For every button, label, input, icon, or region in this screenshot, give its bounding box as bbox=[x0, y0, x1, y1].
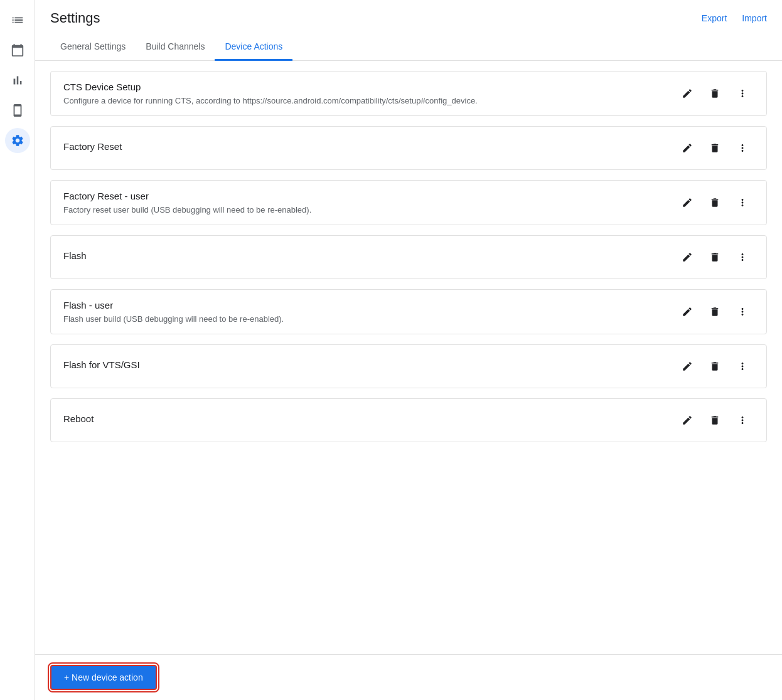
action-controls bbox=[676, 191, 754, 214]
delete-button[interactable] bbox=[704, 300, 726, 323]
action-title: Factory Reset - user bbox=[63, 191, 676, 201]
action-card-reboot: Reboot bbox=[50, 398, 767, 442]
action-card-cts: CTS Device SetupConfigure a device for r… bbox=[50, 71, 767, 116]
content-area: CTS Device SetupConfigure a device for r… bbox=[35, 61, 782, 654]
action-title: Flash bbox=[63, 250, 676, 261]
tabs-bar: General Settings Build Channels Device A… bbox=[35, 34, 782, 61]
edit-button[interactable] bbox=[676, 409, 699, 432]
action-title: Flash - user bbox=[63, 300, 676, 310]
action-controls bbox=[676, 82, 754, 105]
action-controls bbox=[676, 409, 754, 432]
main-panel: Settings Export Import General Settings … bbox=[35, 0, 782, 700]
more-options-button[interactable] bbox=[731, 246, 754, 268]
action-card-flash-user: Flash - userFlash user build (USB debugg… bbox=[50, 289, 767, 334]
action-title: CTS Device Setup bbox=[63, 82, 676, 92]
more-options-button[interactable] bbox=[731, 137, 754, 159]
action-title: Flash for VTS/GSI bbox=[63, 359, 676, 370]
sidebar-item-settings[interactable] bbox=[5, 128, 30, 153]
action-card-flash: Flash bbox=[50, 235, 767, 279]
action-info: Factory Reset - userFactory reset user b… bbox=[63, 191, 676, 215]
edit-button[interactable] bbox=[676, 82, 699, 105]
action-info: Reboot bbox=[63, 413, 676, 428]
tab-device-actions[interactable]: Device Actions bbox=[215, 34, 292, 61]
edit-button[interactable] bbox=[676, 246, 699, 268]
action-card-factory-reset-user: Factory Reset - userFactory reset user b… bbox=[50, 180, 767, 225]
more-options-button[interactable] bbox=[731, 300, 754, 323]
edit-button[interactable] bbox=[676, 191, 699, 214]
delete-button[interactable] bbox=[704, 137, 726, 159]
sidebar-item-list[interactable] bbox=[5, 8, 30, 33]
header-actions: Export Import bbox=[702, 13, 767, 23]
action-card-factory-reset: Factory Reset bbox=[50, 126, 767, 170]
sidebar-item-device[interactable] bbox=[5, 98, 30, 123]
delete-button[interactable] bbox=[704, 82, 726, 105]
action-info: Flash for VTS/GSI bbox=[63, 359, 676, 374]
action-title: Factory Reset bbox=[63, 141, 676, 152]
action-info: Factory Reset bbox=[63, 141, 676, 156]
edit-button[interactable] bbox=[676, 355, 699, 378]
delete-button[interactable] bbox=[704, 191, 726, 214]
import-link[interactable]: Import bbox=[742, 13, 767, 23]
more-options-button[interactable] bbox=[731, 191, 754, 214]
new-device-action-button[interactable]: + New device action bbox=[50, 665, 157, 690]
page-header: Settings Export Import bbox=[35, 0, 782, 26]
tab-build-channels[interactable]: Build Channels bbox=[136, 34, 215, 61]
action-info: Flash bbox=[63, 250, 676, 265]
action-controls bbox=[676, 300, 754, 323]
more-options-button[interactable] bbox=[731, 82, 754, 105]
action-controls bbox=[676, 355, 754, 378]
action-description: Configure a device for running CTS, acco… bbox=[63, 96, 676, 105]
footer: + New device action bbox=[35, 654, 782, 700]
action-info: CTS Device SetupConfigure a device for r… bbox=[63, 82, 676, 105]
action-title: Reboot bbox=[63, 413, 676, 424]
delete-button[interactable] bbox=[704, 409, 726, 432]
edit-button[interactable] bbox=[676, 137, 699, 159]
more-options-button[interactable] bbox=[731, 355, 754, 378]
edit-button[interactable] bbox=[676, 300, 699, 323]
sidebar-item-calendar[interactable] bbox=[5, 38, 30, 63]
action-controls bbox=[676, 137, 754, 159]
delete-button[interactable] bbox=[704, 355, 726, 378]
tab-general-settings[interactable]: General Settings bbox=[50, 34, 136, 61]
sidebar-item-chart[interactable] bbox=[5, 68, 30, 93]
export-link[interactable]: Export bbox=[702, 13, 727, 23]
page-title: Settings bbox=[50, 10, 100, 26]
delete-button[interactable] bbox=[704, 246, 726, 268]
action-info: Flash - userFlash user build (USB debugg… bbox=[63, 300, 676, 324]
action-card-flash-vts: Flash for VTS/GSI bbox=[50, 344, 767, 388]
action-description: Factory reset user build (USB debugging … bbox=[63, 205, 676, 215]
action-description: Flash user build (USB debugging will nee… bbox=[63, 314, 676, 324]
more-options-button[interactable] bbox=[731, 409, 754, 432]
sidebar bbox=[0, 0, 35, 700]
action-controls bbox=[676, 246, 754, 268]
